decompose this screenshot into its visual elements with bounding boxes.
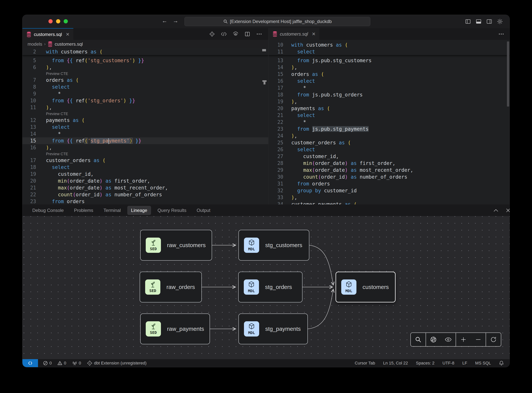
status-ports[interactable]: 0 <box>72 361 81 366</box>
lineage-node-customers[interactable]: MDLcustomers <box>335 272 396 302</box>
editor-source[interactable]: 2with customers as (5 from {{ ref('stg_c… <box>22 48 268 205</box>
lineage-eye-button[interactable] <box>441 333 456 346</box>
line-number: 33 <box>268 194 283 201</box>
breadcrumb-folder[interactable]: models <box>28 41 42 47</box>
scrollbar-vertical[interactable] <box>507 41 509 107</box>
maximize-window-button[interactable] <box>64 19 68 23</box>
sticky-scroll: 10with customers as (11 select <box>268 40 510 55</box>
codelens-preview-cte[interactable]: Preview CTE <box>22 71 268 77</box>
status-text: UTF-8 <box>442 361 454 366</box>
navigate-back-button[interactable]: ← <box>161 18 168 24</box>
tab-customers-sql-right[interactable]: customers.sql ✕ <box>268 28 319 40</box>
code-line: 34customer_payments as ( <box>268 201 510 205</box>
status-cursor-tab[interactable]: Cursor Tab <box>355 361 375 366</box>
line-number: 11 <box>22 104 36 111</box>
panel-tab-lineage[interactable]: Lineage <box>127 206 151 215</box>
close-icon[interactable] <box>506 208 510 213</box>
gear-icon[interactable] <box>497 19 503 24</box>
remote-indicator[interactable] <box>22 359 38 367</box>
code-line: 30 count(order_id) as number_of_orders <box>268 173 510 180</box>
circle-slash-icon <box>43 361 48 366</box>
status-notifications[interactable] <box>499 360 504 366</box>
lineage-canvas[interactable]: SEDraw_customersMDLstg_customersSEDraw_o… <box>22 216 510 359</box>
code-line: 5 from {{ ref('stg_customers') }} <box>22 57 268 64</box>
breadcrumb[interactable]: models › customers.sql <box>22 40 273 48</box>
code-line: 12payments as ( <box>22 117 268 124</box>
lineage-node-raw_customers[interactable]: SEDraw_customers <box>140 230 212 260</box>
editor-compiled-preview[interactable]: 10with customers as (11 select13 from js… <box>268 40 510 205</box>
status-language-mode[interactable]: MS SQL <box>475 361 491 366</box>
minimize-window-button[interactable] <box>56 19 60 23</box>
panel-tab-terminal[interactable]: Terminal <box>100 206 125 215</box>
line-number: 17 <box>22 157 36 164</box>
split-editor-icon[interactable] <box>244 31 250 37</box>
editor-tab-bar: customers.sql ✕ customers.sql ✕ <box>22 28 510 40</box>
tab-customers-sql-left[interactable]: customers.sql ✕ <box>22 28 73 40</box>
code-icon[interactable] <box>221 31 227 37</box>
line-number: 7 <box>22 77 36 84</box>
code-line: 21 max(order_date) as most_recent_order, <box>22 184 268 191</box>
lineage-node-raw_orders[interactable]: SEDraw_orders <box>140 272 202 302</box>
lineage-refresh-button[interactable] <box>486 333 501 346</box>
line-number: 22 <box>22 191 36 198</box>
line-number: 6 <box>22 64 36 71</box>
status-problems-warnings[interactable]: 0 <box>57 361 66 366</box>
layout-sidebar-right-icon[interactable] <box>486 19 492 24</box>
lineage-aperture-button[interactable] <box>426 333 441 346</box>
breadcrumb-file[interactable]: customers.sql <box>55 41 83 47</box>
lineage-minus-button[interactable] <box>471 333 486 346</box>
line-number: 21 <box>268 112 283 119</box>
cube-icon <box>248 323 255 330</box>
status-cursor-position[interactable]: Ln 15, Col 22 <box>383 361 408 366</box>
code-line: 31 from orders <box>268 180 510 187</box>
status-text: 0 <box>64 361 66 366</box>
codelens-preview-cte[interactable]: Preview CTE <box>22 151 268 157</box>
line-number: 14 <box>22 131 36 137</box>
dbt-file-icon <box>272 31 278 37</box>
status-dbt-extension[interactable]: dbt Extension (unregistered) <box>87 360 147 366</box>
overview-ruler-mark <box>262 49 266 51</box>
lineage-toolbar <box>410 333 501 347</box>
close-tab-icon[interactable]: ✕ <box>312 31 316 37</box>
dbt-pinwheel-icon[interactable] <box>209 31 215 37</box>
line-number: 10 <box>22 97 36 104</box>
panel-tab-problems[interactable]: Problems <box>70 206 97 215</box>
lineage-node-raw_payments[interactable]: SEDraw_payments <box>140 314 210 344</box>
navigate-forward-button[interactable]: → <box>172 18 179 24</box>
lineage-plus-button[interactable] <box>456 333 471 346</box>
line-number: 29 <box>268 167 283 173</box>
line-number: 24 <box>268 133 283 139</box>
panel-tab-query-results[interactable]: Query Results <box>154 206 190 215</box>
lineage-node-stg_orders[interactable]: MDLstg_orders <box>238 272 302 302</box>
more-icon[interactable] <box>498 31 504 37</box>
command-center-search[interactable]: [Extension Development Host] jaffle_shop… <box>184 17 370 26</box>
status-text: LF <box>462 361 467 366</box>
close-tab-icon[interactable]: ✕ <box>66 32 70 37</box>
line-number: 23 <box>268 126 283 133</box>
sticky-scroll: 2with customers as ( <box>22 48 268 55</box>
status-indentation[interactable]: Spaces: 2 <box>416 361 435 366</box>
status-text: 0 <box>49 361 52 366</box>
codelens-preview-cte[interactable]: Preview CTE <box>22 111 268 117</box>
close-window-button[interactable] <box>48 19 53 23</box>
code-line: 32 group by customer_id <box>268 187 510 194</box>
panel-tab-debug-console[interactable]: Debug Console <box>29 206 67 215</box>
preview-eye-icon[interactable] <box>233 31 239 37</box>
lineage-node-stg_payments[interactable]: MDLstg_payments <box>239 314 308 344</box>
layout-panel-icon[interactable] <box>476 19 481 24</box>
dbt-pinwheel-icon <box>87 360 92 366</box>
chevron-up-icon[interactable] <box>493 209 498 212</box>
status-problems-errors[interactable]: 0 <box>43 361 52 366</box>
panel-tab-bar: Debug ConsoleProblemsTerminalLineageQuer… <box>22 205 510 216</box>
status-eol[interactable]: LF <box>462 361 467 366</box>
lineage-search-button[interactable] <box>411 333 426 346</box>
panel-tab-output[interactable]: Output <box>193 206 214 215</box>
editor-group-divider[interactable] <box>268 28 268 205</box>
more-icon[interactable] <box>256 31 262 37</box>
line-number: 15 <box>22 137 36 144</box>
tab-label: customers.sql <box>34 32 62 37</box>
lineage-node-stg_customers[interactable]: MDLstg_customers <box>239 230 309 260</box>
code-line: 25customer_orders as ( <box>268 139 510 146</box>
layout-sidebar-left-icon[interactable] <box>465 19 471 24</box>
status-encoding[interactable]: UTF-8 <box>442 361 454 366</box>
